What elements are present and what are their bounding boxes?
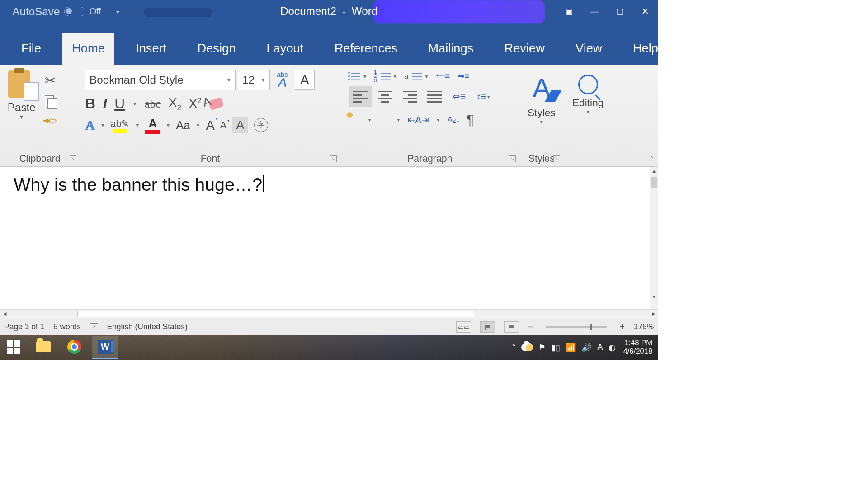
page-count[interactable]: Page 1 of 1	[4, 322, 44, 332]
format-painter-button[interactable]: 🖌	[42, 112, 60, 130]
underline-button[interactable]: U	[114, 95, 125, 112]
cut-button[interactable]: ✂	[45, 73, 56, 88]
paste-dropdown-icon[interactable]: ▼	[19, 114, 24, 120]
sort-button[interactable]: AZ↓	[448, 115, 460, 124]
tab-home[interactable]: Home	[62, 33, 114, 65]
show-hide-paragraph-button[interactable]: ¶	[467, 112, 474, 128]
clear-all-formatting-button[interactable]	[208, 97, 224, 111]
clear-formatting-button[interactable]: abc A	[272, 72, 292, 88]
ribbon-display-options-icon[interactable]: ▣	[557, 0, 582, 23]
minimize-button[interactable]: —	[582, 0, 607, 23]
tab-layout[interactable]: Layout	[257, 33, 313, 65]
document-page[interactable]: Why is the banner this huge…?	[0, 167, 658, 202]
chevron-down-icon[interactable]: ▼	[135, 122, 140, 128]
scroll-up-icon[interactable]: ▲	[650, 167, 658, 175]
qat-customize-icon[interactable]: ▾	[116, 8, 119, 15]
tab-design[interactable]: Design	[188, 33, 245, 65]
zoom-level[interactable]: 176%	[634, 322, 654, 332]
action-center-icon[interactable]: ◐	[609, 343, 616, 352]
chevron-down-icon[interactable]: ▼	[436, 117, 441, 122]
document-area[interactable]: Why is the banner this huge…? ▲ ▼	[0, 167, 658, 309]
align-right-button[interactable]	[398, 86, 422, 107]
chevron-down-icon[interactable]: ▼	[100, 122, 105, 128]
paragraph-launcher-icon[interactable]: ↘	[509, 155, 515, 162]
scroll-down-icon[interactable]: ▼	[650, 292, 658, 300]
taskbar-app-word[interactable]: W	[92, 336, 118, 359]
italic-button[interactable]: I	[103, 95, 107, 112]
document-text[interactable]: Why is the banner this huge…?	[14, 174, 262, 194]
font-name-combobox[interactable]: Bookman Old Style ▼	[85, 70, 236, 90]
numbering-button[interactable]: 123▼	[374, 70, 397, 83]
wifi-icon[interactable]: 📶	[566, 343, 576, 352]
bullets-button[interactable]: ▼	[349, 71, 368, 82]
decrease-indent-button[interactable]: ⭠≡	[436, 71, 450, 81]
paste-button[interactable]: Paste ▼	[0, 65, 38, 151]
bold-button[interactable]: B	[85, 95, 95, 112]
battery-icon[interactable]: ▮▯	[551, 343, 560, 352]
chevron-down-icon[interactable]: ▼	[519, 119, 564, 124]
chevron-down-icon[interactable]: ▼	[196, 122, 201, 128]
tab-insert[interactable]: Insert	[126, 33, 176, 65]
grow-font-button[interactable]: A	[206, 118, 214, 133]
tab-references[interactable]: References	[325, 33, 407, 65]
system-clock[interactable]: 1:48 PM 4/6/2018	[621, 339, 655, 356]
scroll-left-icon[interactable]: ◀	[0, 311, 9, 317]
tray-chevron-up-icon[interactable]: ˄	[512, 343, 516, 352]
weather-icon[interactable]	[521, 343, 533, 351]
chevron-down-icon[interactable]: ▼	[165, 122, 170, 128]
font-color-button[interactable]: A	[145, 117, 160, 134]
collapse-ribbon-icon[interactable]: ˄	[650, 155, 654, 164]
copy-button[interactable]	[45, 95, 56, 106]
distributed-button[interactable]: ⇔≡	[448, 86, 471, 107]
language-status[interactable]: English (United States)	[107, 322, 188, 332]
scroll-right-icon[interactable]: ▶	[649, 311, 658, 317]
word-count[interactable]: 6 words	[53, 322, 81, 332]
autosave-toggle[interactable]: AutoSave Off	[0, 5, 107, 18]
volume-icon[interactable]: 🔊	[581, 343, 592, 352]
line-spacing-button[interactable]: ↕≡▼	[472, 86, 495, 107]
align-left-button[interactable]	[349, 86, 373, 107]
font-size-combobox[interactable]: 12 ▼	[238, 70, 270, 90]
taskbar-app-explorer[interactable]	[30, 336, 57, 359]
tab-review[interactable]: Review	[495, 33, 554, 65]
subscript-button[interactable]: X2	[168, 95, 181, 113]
read-mode-button[interactable]: ▭▭	[456, 321, 471, 333]
chevron-down-icon[interactable]: ▼	[261, 77, 266, 83]
maximize-button[interactable]: ▢	[607, 0, 632, 23]
multilevel-list-button[interactable]: a▼	[404, 71, 429, 82]
tab-view[interactable]: View	[566, 33, 612, 65]
toggle-switch-icon[interactable]	[64, 7, 85, 16]
editing-button-label[interactable]: Editing	[564, 97, 612, 109]
start-button[interactable]	[1, 335, 26, 360]
character-shading-button[interactable]: A	[232, 117, 248, 133]
styles-button-label[interactable]: Styles	[519, 107, 564, 119]
change-case-button[interactable]: Aa	[176, 119, 190, 132]
scroll-thumb[interactable]	[651, 177, 657, 188]
shrink-font-button[interactable]: A	[220, 120, 226, 131]
chevron-down-icon[interactable]: ▼	[368, 117, 373, 122]
clipboard-launcher-icon[interactable]: ↘	[70, 155, 76, 162]
tab-mailings[interactable]: Mailings	[419, 33, 483, 65]
superscript-button[interactable]: X2	[189, 96, 202, 111]
close-button[interactable]: ✕	[632, 0, 658, 23]
taskbar-app-chrome[interactable]	[61, 336, 88, 359]
styles-gallery-icon[interactable]: A	[526, 70, 557, 105]
zoom-out-button[interactable]: −	[528, 322, 533, 332]
shading-button[interactable]	[349, 115, 361, 125]
borders-button[interactable]	[379, 115, 389, 125]
font-launcher-icon[interactable]: ↘	[330, 155, 337, 162]
flag-icon[interactable]: ⚑	[538, 343, 546, 352]
vertical-scrollbar[interactable]: ▲ ▼	[650, 167, 658, 309]
horizontal-scrollbar[interactable]: ◀ ▶	[0, 309, 658, 319]
zoom-in-button[interactable]: +	[620, 322, 625, 332]
text-effects-button[interactable]: A	[85, 117, 95, 133]
input-language-icon[interactable]: A	[597, 343, 603, 352]
tab-file[interactable]: File	[14, 33, 51, 65]
enclose-characters-button[interactable]: 字	[254, 118, 269, 132]
align-center-button[interactable]	[373, 86, 397, 107]
web-layout-button[interactable]: ▦	[504, 321, 519, 333]
font-preview-button[interactable]: A	[295, 70, 315, 90]
increase-indent-button[interactable]: ➡≡	[457, 71, 470, 81]
justify-button[interactable]	[423, 86, 446, 107]
chevron-down-icon[interactable]: ▼	[396, 117, 401, 122]
